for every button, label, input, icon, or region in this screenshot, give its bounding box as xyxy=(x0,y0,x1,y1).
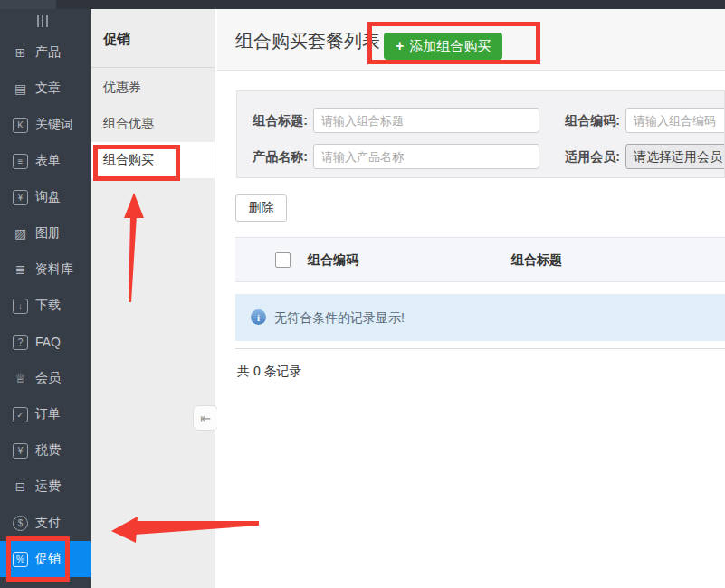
table-header-row: 组合编码 组合标题 xyxy=(235,237,725,282)
menu-icon[interactable] xyxy=(37,15,55,28)
sidebar-item-articles[interactable]: ▤ 文章 xyxy=(0,71,91,107)
products-grid-icon: ⊞ xyxy=(13,45,28,61)
column-combo-title: 组合标题 xyxy=(511,238,562,281)
crown-icon: ♕ xyxy=(13,371,28,386)
sidebar-item-label: 产品 xyxy=(35,44,61,61)
sidebar-item-downloads[interactable]: ↓ 下载 xyxy=(0,288,91,324)
plus-icon: + xyxy=(396,38,404,54)
sidebar-item-label: 税费 xyxy=(35,442,61,459)
promotion-submenu: 促销 优惠券 组合优惠 组合购买 ⇤ xyxy=(91,9,215,588)
sidebar-collapse-button[interactable]: ⇤ xyxy=(193,405,218,431)
outdent-icon: ⇤ xyxy=(200,411,211,425)
question-icon: ? xyxy=(13,335,28,350)
sidebar-item-label: 会员 xyxy=(35,370,61,386)
submenu-item-combo-purchase[interactable]: 组合购买 xyxy=(91,142,215,178)
page-title: 组合购买套餐列表 xyxy=(235,29,380,53)
top-bar xyxy=(0,0,725,9)
member-type-select-value: 请选择适用会员 xyxy=(634,149,722,164)
sidebar-item-label: FAQ xyxy=(35,335,61,349)
sidebar-item-label: 表单 xyxy=(35,153,61,169)
sidebar-item-keywords[interactable]: K 关键词 xyxy=(0,107,91,143)
sidebar-item-label: 运费 xyxy=(35,479,61,495)
sidebar-item-label: 促销 xyxy=(35,551,61,567)
submenu-item-label: 组合优惠 xyxy=(103,116,154,132)
empty-state-message: 无符合条件的记录显示! xyxy=(274,294,405,341)
sidebar-item-inquiries[interactable]: ¥ 询盘 xyxy=(0,179,91,215)
top-bar-logo-area xyxy=(0,0,56,9)
sidebar-item-albums[interactable]: ▨ 图册 xyxy=(0,215,91,251)
truck-icon: ⊟ xyxy=(13,479,28,495)
stacked-files-icon: ≣ xyxy=(13,262,28,278)
divider xyxy=(235,348,725,349)
main-sidebar: ⊞ 产品 ▤ 文章 K 关键词 ≡ 表单 ¥ 询盘 ▨ 图册 ≣ 资料库 ↓ 下… xyxy=(0,9,91,588)
picture-icon: ▨ xyxy=(13,226,28,242)
inquiry-bubble-icon: ¥ xyxy=(13,190,28,205)
sidebar-item-tax[interactable]: ¥ 税费 xyxy=(0,432,91,469)
download-icon: ↓ xyxy=(13,299,28,314)
member-type-label: 适用会员: xyxy=(552,144,620,169)
sidebar-item-products[interactable]: ⊞ 产品 xyxy=(0,34,91,71)
article-icon: ▤ xyxy=(13,81,28,97)
search-filter-panel: 组合标题: 组合编码: 产品名称: 适用会员: 请选择适用会员 xyxy=(236,90,725,178)
sidebar-item-label: 资料库 xyxy=(35,261,73,278)
member-type-select[interactable]: 请选择适用会员 xyxy=(625,144,725,169)
record-count: 共 0 条记录 xyxy=(237,364,302,380)
submenu-title: 促销 xyxy=(103,31,130,48)
sidebar-item-shipping[interactable]: ⊟ 运费 xyxy=(0,469,91,505)
column-combo-code: 组合编码 xyxy=(308,238,358,281)
sidebar-item-faq[interactable]: ? FAQ xyxy=(0,324,91,360)
keyword-icon: K xyxy=(13,118,28,133)
add-button-label: 添加组合购买 xyxy=(409,38,491,55)
sidebar-item-orders[interactable]: ✓ 订单 xyxy=(0,396,91,432)
sidebar-item-label: 图册 xyxy=(35,225,61,242)
sidebar-item-label: 关键词 xyxy=(35,117,73,133)
submenu-header: 促销 xyxy=(91,9,215,68)
sidebar-item-promotion[interactable]: % 促销 xyxy=(0,541,91,577)
combo-code-input[interactable] xyxy=(625,108,725,133)
combo-code-label: 组合编码: xyxy=(552,108,620,133)
empty-state-banner: i 无符合条件的记录显示! xyxy=(235,294,725,341)
tax-receipt-icon: ¥ xyxy=(13,443,28,459)
order-check-icon: ✓ xyxy=(13,407,28,422)
clipboard-icon: ≡ xyxy=(13,154,28,169)
product-name-label: 产品名称: xyxy=(237,144,308,169)
combo-title-input[interactable] xyxy=(313,108,539,133)
submenu-item-combo-discount[interactable]: 组合优惠 xyxy=(91,106,215,142)
sidebar-item-label: 下载 xyxy=(35,298,61,314)
sidebar-item-members[interactable]: ♕ 会员 xyxy=(0,360,91,396)
combo-title-label: 组合标题: xyxy=(237,108,308,133)
sidebar-item-payment[interactable]: $ 支付 xyxy=(0,505,91,541)
sidebar-item-label: 订单 xyxy=(35,406,61,422)
submenu-item-label: 组合购买 xyxy=(103,152,154,168)
sidebar-item-label: 文章 xyxy=(35,81,61,97)
info-icon: i xyxy=(251,309,266,325)
sidebar-item-label: 询盘 xyxy=(35,189,61,205)
product-name-input[interactable] xyxy=(313,144,539,169)
percent-tag-icon: % xyxy=(13,552,28,567)
main-content: 组合购买套餐列表 + 添加组合购买 组合标题: 组合编码: 产品名称: 适用会员… xyxy=(217,9,725,588)
submenu-item-label: 优惠券 xyxy=(103,80,141,96)
delete-button[interactable]: 删除 xyxy=(235,194,287,222)
submenu-item-coupons[interactable]: 优惠券 xyxy=(91,70,215,106)
dollar-circle-icon: $ xyxy=(13,516,28,531)
select-all-checkbox[interactable] xyxy=(275,252,291,268)
sidebar-item-forms[interactable]: ≡ 表单 xyxy=(0,143,91,179)
add-combo-purchase-button[interactable]: + 添加组合购买 xyxy=(384,33,502,60)
page-header: 组合购买套餐列表 + 添加组合购买 xyxy=(217,9,725,71)
sidebar-item-label: 支付 xyxy=(35,515,61,531)
sidebar-item-library[interactable]: ≣ 资料库 xyxy=(0,251,91,288)
